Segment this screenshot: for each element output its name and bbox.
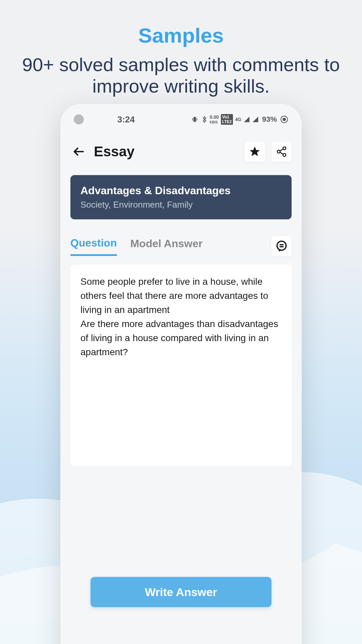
svg-point-10 <box>277 241 286 250</box>
svg-rect-2 <box>196 118 197 120</box>
tab-question[interactable]: Question <box>70 237 117 256</box>
bluetooth-icon <box>200 116 208 123</box>
svg-point-4 <box>283 118 286 121</box>
battery-percent: 93% <box>262 115 277 124</box>
share-icon <box>276 146 287 157</box>
vibrate-icon <box>191 116 198 123</box>
status-time: 3:24 <box>117 114 135 125</box>
question-text: Some people prefer to live in a house, w… <box>80 275 282 359</box>
favorite-button[interactable] <box>245 142 265 162</box>
app-header: Essay <box>60 131 302 175</box>
tabs-row: Question Model Answer <box>60 229 302 256</box>
arrow-left-icon <box>72 145 85 158</box>
share-button[interactable] <box>272 142 292 162</box>
promo-header: Samples 90+ solved samples with comments… <box>0 0 362 111</box>
svg-line-8 <box>280 149 283 151</box>
promo-subtitle: 90+ solved samples with comments to impr… <box>13 54 349 97</box>
svg-point-5 <box>283 147 286 150</box>
header-actions <box>245 142 292 162</box>
svg-line-9 <box>280 152 283 154</box>
write-answer-button[interactable]: Write Answer <box>90 577 272 607</box>
network-speed: 0.00KB/S <box>210 115 219 124</box>
volte-icon: Vo1LTE2 <box>221 114 233 125</box>
status-icons: 0.00KB/S Vo1LTE2 4G <box>191 114 259 125</box>
back-button[interactable] <box>70 143 87 160</box>
signal-icon-2 <box>252 116 259 123</box>
signal-4g-label: 4G <box>235 117 241 122</box>
comment-icon <box>276 240 288 252</box>
svg-rect-0 <box>193 117 196 122</box>
promo-title: Samples <box>13 23 349 47</box>
camera-punch-hole <box>74 114 84 124</box>
battery-icon <box>280 115 288 123</box>
category-subtitle: Society, Environment, Family <box>80 200 282 210</box>
signal-icon <box>243 116 250 123</box>
app-title: Essay <box>94 144 134 160</box>
status-right: 0.00KB/S Vo1LTE2 4G 93% <box>191 114 288 125</box>
phone-mockup: 3:24 0.00KB/S Vo1LTE2 4G 93% Essay <box>60 104 302 644</box>
category-card[interactable]: Advantages & Disadvantages Society, Envi… <box>70 175 292 219</box>
category-title: Advantages & Disadvantages <box>80 184 282 197</box>
comments-button[interactable] <box>272 236 292 256</box>
status-bar: 3:24 0.00KB/S Vo1LTE2 4G 93% <box>60 104 302 131</box>
svg-point-6 <box>277 150 280 153</box>
svg-rect-1 <box>192 118 193 120</box>
star-icon <box>249 146 261 158</box>
question-card: Some people prefer to live in a house, w… <box>70 265 292 466</box>
write-answer-label: Write Answer <box>145 586 217 599</box>
svg-point-7 <box>283 154 286 157</box>
tab-model-answer[interactable]: Model Answer <box>130 237 203 255</box>
